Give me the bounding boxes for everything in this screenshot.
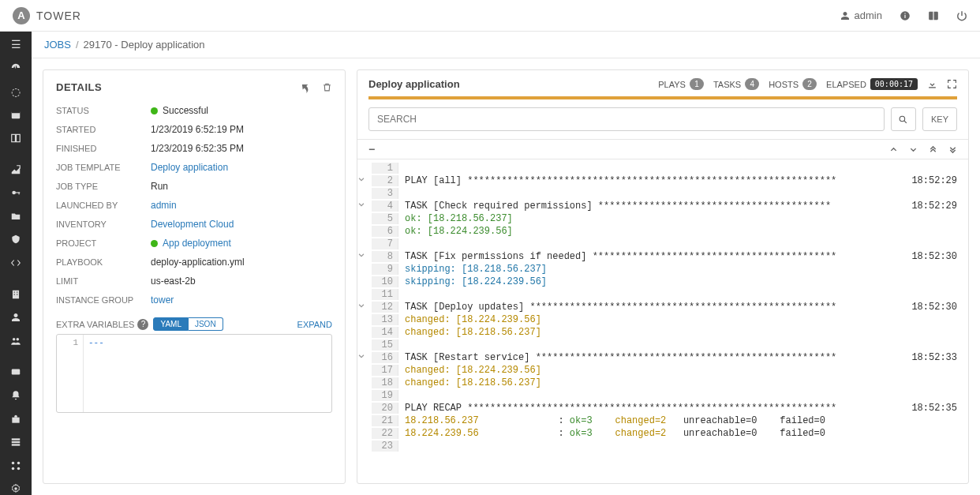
key-button[interactable]: KEY	[922, 107, 957, 131]
users-icon[interactable]	[0, 311, 32, 324]
nav-top-icon[interactable]	[929, 145, 937, 154]
svg-rect-5	[12, 134, 16, 141]
organizations-icon[interactable]	[0, 288, 32, 301]
line-number: 16	[372, 352, 398, 363]
portal-icon[interactable]	[0, 132, 32, 144]
download-icon[interactable]	[927, 79, 937, 89]
applications-icon[interactable]	[0, 459, 32, 472]
tab-json[interactable]: JSON	[189, 317, 223, 331]
inventory-scripts-icon[interactable]	[0, 257, 32, 269]
chevron-down-icon[interactable]	[357, 201, 372, 208]
dashboard-icon[interactable]	[0, 62, 32, 74]
line-text: 18.218.56.237 : ok=3 changed=2 unreachab…	[398, 415, 968, 426]
line-text: changed: [18.224.239.56]	[398, 365, 968, 376]
delete-icon[interactable]	[322, 82, 332, 93]
console-line: 23	[357, 441, 968, 453]
stat-hosts[interactable]: HOSTS2	[769, 78, 817, 90]
label-extra-variables: EXTRA VARIABLES	[56, 320, 134, 329]
menu-icon[interactable]: ☰	[0, 38, 32, 51]
svg-point-27	[900, 116, 906, 122]
value-launched-by[interactable]: admin	[151, 200, 332, 211]
label-inventory: INVENTORY	[56, 219, 151, 229]
label-job-type: JOB TYPE	[56, 182, 151, 191]
console-line: 16TASK [Restart service] ***************…	[357, 352, 968, 365]
stat-tasks[interactable]: TASKS4	[713, 78, 759, 90]
value-job-template[interactable]: Deploy application	[151, 162, 332, 173]
extra-vars-editor[interactable]: 1 ---	[56, 334, 332, 413]
relaunch-icon[interactable]	[300, 82, 311, 93]
console-line: 5ok: [18.218.56.237]	[357, 213, 968, 226]
value-inventory[interactable]: Development Cloud	[151, 219, 332, 230]
book-icon[interactable]	[928, 10, 939, 21]
chevron-down-icon[interactable]	[357, 251, 372, 259]
chevron-down-icon[interactable]	[357, 352, 372, 360]
console-line: 10skipping: [18.224.239.56]	[357, 276, 968, 289]
line-number: 3	[372, 188, 398, 199]
svg-point-25	[17, 467, 21, 470]
templates-icon[interactable]	[0, 163, 32, 176]
editor-content: ---	[84, 335, 109, 412]
projects-icon[interactable]	[0, 210, 32, 223]
stat-plays[interactable]: PLAYS1	[658, 78, 704, 90]
label-limit: LIMIT	[56, 276, 151, 286]
breadcrumb-root[interactable]: JOBS	[44, 39, 71, 51]
jobs-icon[interactable]: ◌	[0, 85, 32, 98]
search-input[interactable]	[369, 114, 884, 125]
breadcrumb: JOBS / 29170 - Deploy application	[32, 32, 980, 58]
line-number: 17	[372, 365, 398, 376]
credential-types-icon[interactable]	[0, 366, 32, 379]
expand-button[interactable]: EXPAND	[297, 320, 332, 329]
schedules-icon[interactable]	[0, 109, 32, 122]
line-number: 2	[372, 175, 398, 186]
console-line: 14changed: [18.218.56.237]	[357, 327, 968, 339]
teams-icon[interactable]	[0, 335, 32, 347]
nav-down-icon[interactable]	[909, 145, 918, 154]
line-number: 10	[372, 276, 398, 287]
svg-point-22	[12, 461, 15, 464]
svg-point-23	[17, 461, 21, 464]
instance-groups-icon[interactable]	[0, 436, 32, 448]
line-text: ok: [18.224.239.56]	[398, 226, 968, 237]
line-text: changed: [18.218.56.237]	[398, 377, 968, 388]
output-panel: Deploy application PLAYS1 TASKS4 HOSTS2 …	[357, 69, 969, 484]
line-number: 6	[372, 226, 398, 237]
console-line: 8TASK [Fix permissions if needed] ******…	[357, 251, 968, 264]
console-line: 13changed: [18.224.239.56]	[357, 314, 968, 327]
management-jobs-icon[interactable]	[0, 413, 32, 426]
line-number: 18	[372, 377, 398, 388]
help-icon[interactable]: ?	[137, 319, 148, 330]
tab-yaml[interactable]: YAML	[153, 317, 189, 331]
search-button[interactable]	[891, 107, 916, 131]
line-number: 1	[372, 163, 398, 174]
line-text: PLAY RECAP *****************************…	[398, 403, 911, 414]
svg-rect-14	[17, 294, 17, 294]
line-number: 22	[372, 428, 398, 439]
console-output[interactable]: 12PLAY [all] ***************************…	[357, 159, 968, 483]
chevron-down-icon[interactable]	[357, 175, 372, 183]
line-number: 20	[372, 403, 398, 414]
console-line: 1	[357, 163, 968, 175]
credentials-icon[interactable]	[0, 186, 32, 199]
console-line: 20PLAY RECAP ***************************…	[357, 403, 968, 415]
user-menu[interactable]: admin	[840, 9, 882, 21]
expand-icon[interactable]	[947, 79, 957, 89]
value-started: 1/23/2019 6:52:19 PM	[151, 124, 332, 135]
power-icon[interactable]	[956, 10, 967, 21]
info-icon[interactable]	[900, 10, 911, 21]
nav-up-icon[interactable]	[889, 145, 898, 154]
line-number: 11	[372, 289, 398, 300]
chevron-down-icon[interactable]	[357, 302, 372, 309]
label-project: PROJECT	[56, 238, 151, 248]
line-number: 5	[372, 213, 398, 224]
inventories-icon[interactable]	[0, 234, 32, 246]
collapse-all-icon[interactable]: −	[368, 143, 375, 156]
svg-rect-9	[19, 193, 20, 195]
brand-name: TOWER	[36, 9, 81, 22]
console-line: 7	[357, 238, 968, 251]
svg-rect-6	[17, 134, 21, 141]
settings-icon[interactable]	[0, 483, 32, 496]
value-instance-group[interactable]: tower	[151, 294, 332, 306]
value-limit: us-east-2b	[151, 276, 332, 287]
notifications-icon[interactable]	[0, 389, 32, 402]
nav-bottom-icon[interactable]	[948, 145, 957, 154]
